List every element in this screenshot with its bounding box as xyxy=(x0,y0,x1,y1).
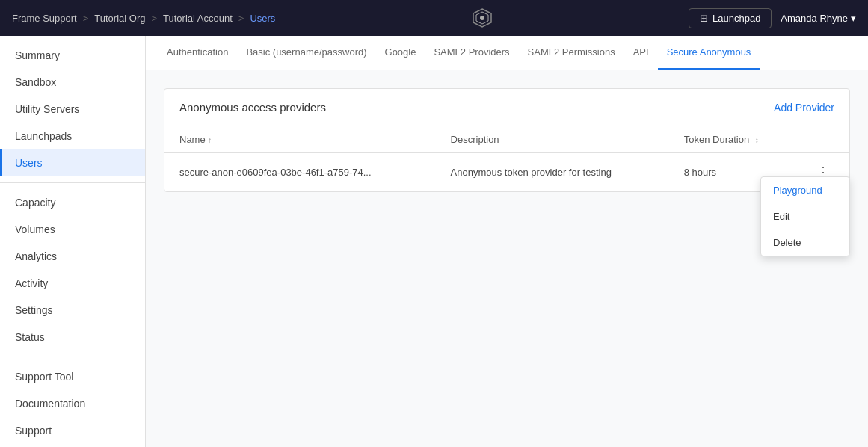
sidebar-item-users[interactable]: Users xyxy=(0,149,145,176)
topbar-logo xyxy=(472,7,493,28)
sidebar-item-status[interactable]: Status xyxy=(0,324,145,351)
sidebar-item-documentation[interactable]: Documentation xyxy=(0,390,145,417)
topbar: Frame Support > Tutorial Org > Tutorial … xyxy=(0,0,868,36)
layout: Summary Sandbox Utility Servers Launchpa… xyxy=(0,36,868,447)
table-header-row: Name ↑ Description Token Duration ↕ xyxy=(164,126,849,153)
main-content: Authentication Basic (username/password)… xyxy=(146,36,868,447)
launchpad-button[interactable]: ⊞ Launchpad xyxy=(689,8,772,28)
sidebar-item-summary[interactable]: Summary xyxy=(0,42,145,69)
table-row: secure-anon-e0609fea-03be-46f1-a759-74..… xyxy=(164,153,849,191)
tab-api[interactable]: API xyxy=(624,36,658,70)
tab-saml2-providers[interactable]: SAML2 Providers xyxy=(425,36,518,70)
sidebar-item-utility-servers[interactable]: Utility Servers xyxy=(0,96,145,123)
context-menu-item-delete[interactable]: Delete xyxy=(761,229,849,256)
sidebar: Summary Sandbox Utility Servers Launchpa… xyxy=(0,36,146,447)
sidebar-item-sandbox[interactable]: Sandbox xyxy=(0,69,145,96)
card-title: Anonymous access providers xyxy=(179,101,326,114)
svg-point-2 xyxy=(480,16,484,20)
sidebar-item-volumes[interactable]: Volumes xyxy=(0,216,145,243)
breadcrumb-users[interactable]: Users xyxy=(250,13,275,24)
tab-bar: Authentication Basic (username/password)… xyxy=(146,36,868,70)
sidebar-item-capacity[interactable]: Capacity xyxy=(0,189,145,216)
col-header-actions xyxy=(797,126,849,153)
context-menu: Playground Edit Delete xyxy=(760,176,850,256)
add-provider-button[interactable]: Add Provider xyxy=(774,102,834,114)
tab-secure-anonymous[interactable]: Secure Anonymous xyxy=(658,36,760,70)
name-sort-icon: ↑ xyxy=(208,136,212,144)
tab-basic[interactable]: Basic (username/password) xyxy=(237,36,375,70)
topbar-right: ⊞ Launchpad Amanda Rhyne ▾ xyxy=(689,8,856,28)
breadcrumb: Frame Support > Tutorial Org > Tutorial … xyxy=(12,13,275,24)
providers-table: Name ↑ Description Token Duration ↕ xyxy=(164,126,849,191)
sidebar-item-activity[interactable]: Activity xyxy=(0,270,145,297)
tab-authentication[interactable]: Authentication xyxy=(158,36,237,70)
provider-name-cell: secure-anon-e0609fea-03be-46f1-a759-74..… xyxy=(164,153,436,191)
sidebar-item-launchpads[interactable]: Launchpads xyxy=(0,123,145,149)
sidebar-item-analytics[interactable]: Analytics xyxy=(0,243,145,270)
user-menu[interactable]: Amanda Rhyne ▾ xyxy=(781,13,856,24)
card-header: Anonymous access providers Add Provider xyxy=(164,89,849,126)
sidebar-divider-1 xyxy=(0,182,145,183)
sidebar-item-support-tool[interactable]: Support Tool xyxy=(0,363,145,390)
anonymous-providers-card: Anonymous access providers Add Provider … xyxy=(164,88,850,192)
breadcrumb-sep-3: > xyxy=(238,13,244,24)
chevron-down-icon: ▾ xyxy=(851,13,856,24)
col-header-description: Description xyxy=(436,126,669,153)
breadcrumb-sep-1: > xyxy=(83,13,89,24)
user-name: Amanda Rhyne xyxy=(781,13,848,24)
launchpad-label: Launchpad xyxy=(712,13,760,24)
col-header-token-duration: Token Duration ↕ xyxy=(669,126,797,153)
tab-saml2-permissions[interactable]: SAML2 Permissions xyxy=(519,36,624,70)
content-area: Anonymous access providers Add Provider … xyxy=(146,70,868,447)
breadcrumb-tutorial-account[interactable]: Tutorial Account xyxy=(163,13,233,24)
breadcrumb-tutorial-org[interactable]: Tutorial Org xyxy=(94,13,145,24)
sidebar-divider-2 xyxy=(0,357,145,357)
breadcrumb-sep-2: > xyxy=(151,13,157,24)
token-duration-sort-icon: ↕ xyxy=(755,136,759,144)
sidebar-item-settings[interactable]: Settings xyxy=(0,297,145,324)
col-header-name[interactable]: Name ↑ xyxy=(164,126,436,153)
context-menu-item-playground[interactable]: Playground xyxy=(761,177,849,203)
launchpad-icon: ⊞ xyxy=(700,13,708,24)
context-menu-item-edit[interactable]: Edit xyxy=(761,203,849,229)
provider-description-cell: Anonymous token provider for testing xyxy=(436,153,669,191)
breadcrumb-frame-support[interactable]: Frame Support xyxy=(12,13,77,24)
sidebar-item-support[interactable]: Support xyxy=(0,417,145,444)
tab-google[interactable]: Google xyxy=(376,36,425,70)
